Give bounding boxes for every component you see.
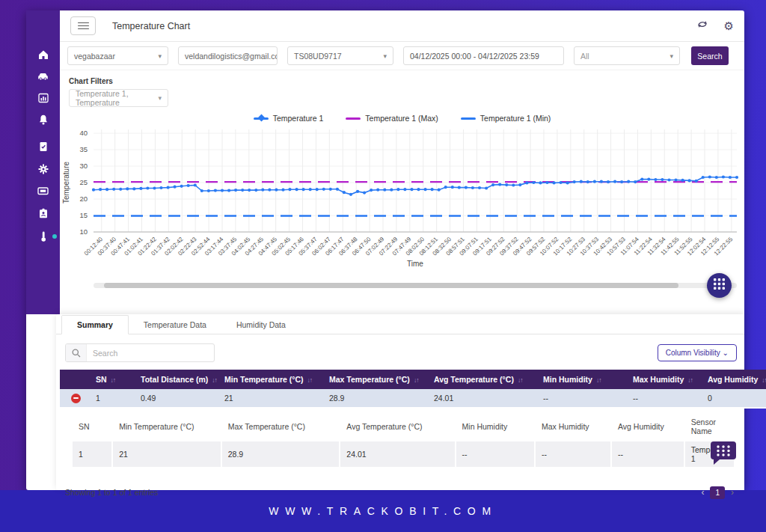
svg-text:40: 40 [79, 129, 88, 137]
legend-marker-line [346, 117, 361, 120]
chart-filters-block: Chart Filters Temperature 1, Temperature… [60, 70, 744, 107]
tab-summary[interactable]: Summary [61, 315, 129, 334]
app-root: Temperature Chart ⚙ vegabazaar▾ veldandi… [0, 0, 766, 532]
col-avg-temperature[interactable]: Avg Temperature (°C)↓↑ [429, 370, 539, 389]
legend-item-temperature-1-max[interactable]: Temperature 1 (Max) [346, 114, 438, 123]
tab-temperature-data[interactable]: Temperature Data [129, 316, 221, 334]
legend-marker-line [461, 117, 476, 120]
detail-cell-max-humidity: -- [536, 441, 610, 467]
legend-marker-line-diamond [254, 117, 269, 120]
cell-min-temperature: 21 [220, 389, 325, 408]
pagination-prev-button[interactable]: ‹ [701, 487, 704, 498]
detail-cell-min-humidity: -- [456, 441, 534, 467]
main-content: Temperature Chart ⚙ vegabazaar▾ veldandi… [60, 10, 744, 490]
page-title: Temperature Chart [112, 21, 190, 31]
car-icon [37, 70, 49, 82]
apps-grid-fab-button[interactable] [707, 273, 732, 298]
col-max-humidity[interactable]: Max Humidity↓↑ [628, 370, 703, 389]
hamburger-menu-button[interactable] [70, 16, 96, 35]
gear-icon [37, 163, 49, 175]
chart-horizontal-scrollbar [94, 283, 737, 288]
summary-table: SN↓↑ Total Distance (m)↓↑ Min Temperatur… [60, 370, 766, 409]
top-bar: Temperature Chart ⚙ [60, 10, 744, 42]
detail-cell-avg-humidity: -- [612, 441, 684, 467]
table-row: 1 0.49 21 28.9 24.01 -- -- 0 [60, 389, 766, 408]
sidebar-item-reports[interactable] [26, 92, 60, 104]
sort-icon: ↓↑ [414, 376, 419, 384]
sidebar-item-trips[interactable] [26, 185, 60, 197]
sort-icon: ↓↑ [762, 376, 766, 384]
settings-gear-icon[interactable]: ⚙ [724, 20, 734, 31]
home-icon [37, 49, 49, 61]
col-min-humidity[interactable]: Min Humidity↓↑ [539, 370, 628, 389]
legend-item-temperature-1-min[interactable]: Temperature 1 (Min) [461, 114, 551, 123]
cell-avg-humidity: 0 [703, 389, 766, 408]
sidebar-item-home[interactable] [26, 49, 60, 61]
svg-text:35: 35 [79, 145, 88, 153]
detail-cell-min-temperature: 21 [113, 441, 221, 467]
svg-text:Temperature: Temperature [62, 161, 70, 204]
sort-icon: ↓↑ [111, 376, 116, 384]
detail-col-max-humidity: Max Humidity [536, 413, 610, 440]
detail-col-avg-temperature: Avg Temperature (°C) [340, 413, 454, 440]
scrollbar-thumb[interactable] [104, 283, 678, 288]
sort-icon: ↓↑ [687, 376, 693, 384]
sidebar-item-tasks[interactable] [26, 141, 60, 153]
pagination: ‹ 1 › [701, 486, 734, 499]
entries-info: Showing 1 to 1 of 1 entries [65, 488, 158, 497]
chart-series-dropdown[interactable]: Temperature 1, Temperature▾ [69, 89, 168, 107]
chevron-down-icon: ▾ [665, 52, 673, 60]
column-visibility-button[interactable]: Column Visibility ⌄ [658, 344, 737, 361]
pagination-next-button[interactable]: › [731, 487, 734, 498]
table-search-input[interactable] [87, 349, 214, 358]
vehicle-dropdown[interactable]: TS08UD9717▾ [287, 46, 393, 65]
sort-icon: ↓↑ [212, 376, 217, 384]
cell-min-humidity: -- [539, 389, 628, 408]
detail-col-min-temperature: Min Temperature (°C) [113, 413, 221, 440]
chart-filters-label: Chart Filters [69, 77, 735, 85]
refresh-icon[interactable] [696, 19, 709, 33]
svg-text:Time: Time [407, 260, 423, 268]
sidebar-item-drivers[interactable] [26, 207, 60, 219]
pagination-page-1[interactable]: 1 [710, 486, 725, 499]
sidebar-item-vehicles[interactable] [26, 70, 60, 82]
table-search-box [65, 343, 215, 362]
search-icon [66, 344, 87, 361]
svg-text:30: 30 [79, 162, 88, 170]
detail-col-min-humidity: Min Humidity [456, 413, 534, 440]
col-avg-humidity[interactable]: Avg Humidity↓↑ [703, 370, 766, 389]
temperature-line-chart: 1015202530354000:12:4000:37:4000:47:4101… [60, 123, 744, 281]
col-total-distance[interactable]: Total Distance (m)↓↑ [136, 370, 220, 389]
filter-bar: vegabazaar▾ veldandilogistics@gmail.com▾… [60, 42, 744, 70]
sensor-type-dropdown[interactable]: All▾ [574, 46, 680, 65]
collapse-row-icon[interactable] [71, 394, 81, 403]
sort-icon: ↓↑ [518, 376, 523, 384]
sort-icon: ↓↑ [307, 376, 313, 384]
date-range-input[interactable]: 04/12/2025 00:00 - 04/12/2025 23:59 [403, 46, 564, 65]
detail-col-sensor-name: Sensor Name [685, 413, 734, 440]
list-item: 1 21 28.9 24.01 -- -- -- Temperature 1 [73, 441, 734, 467]
detail-cell-avg-temperature: 24.01 [340, 441, 454, 467]
sort-icon: ↓↑ [596, 376, 601, 384]
chevron-down-icon: ▾ [158, 94, 162, 102]
legend-item-temperature-1[interactable]: Temperature 1 [254, 114, 324, 123]
cell-avg-temperature: 24.01 [429, 389, 539, 408]
email-dropdown[interactable]: veldandilogistics@gmail.com▾ [178, 46, 278, 65]
col-min-temperature[interactable]: Min Temperature (°C)↓↑ [220, 370, 325, 389]
search-button[interactable]: Search [691, 46, 729, 65]
document-check-icon [37, 141, 49, 153]
sidebar-item-settings[interactable] [26, 163, 60, 175]
tab-humidity-data[interactable]: Humidity Data [221, 316, 301, 334]
expand-column-header [60, 370, 91, 389]
sidebar-item-sensors[interactable] [26, 230, 60, 242]
table-footer: Showing 1 to 1 of 1 entries ‹ 1 › [56, 468, 744, 499]
svg-text:20: 20 [79, 195, 88, 203]
sidebar-item-alerts[interactable] [26, 114, 60, 126]
detail-col-max-temperature: Max Temperature (°C) [222, 413, 340, 440]
data-tables-panel: Summary Temperature Data Humidity Data C… [56, 314, 744, 490]
chat-bubble-icon [708, 456, 738, 469]
col-max-temperature[interactable]: Max Temperature (°C)↓↑ [325, 370, 429, 389]
col-sn[interactable]: SN↓↑ [91, 370, 136, 389]
chat-fab-button[interactable] [708, 437, 738, 467]
account-dropdown[interactable]: vegabazaar▾ [67, 46, 168, 65]
